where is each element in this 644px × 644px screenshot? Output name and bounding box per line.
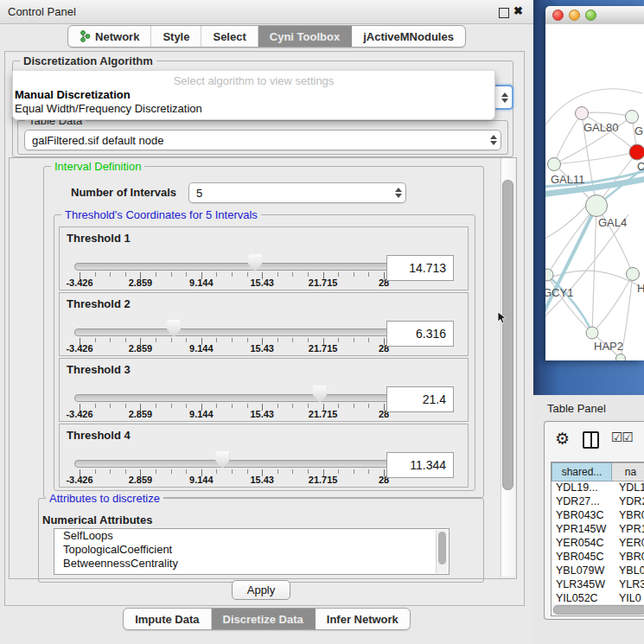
algorithm-dropdown-popup: Select algorithm to view settings Manual…	[12, 71, 495, 120]
list-scrollbar-thumb[interactable]	[438, 532, 446, 564]
threshold-4-slider-track[interactable]	[74, 460, 392, 468]
cell-name: YBL0	[613, 564, 644, 578]
table-row[interactable]: YLR345WYLR3	[552, 578, 644, 592]
network-node[interactable]	[629, 144, 644, 160]
network-node[interactable]	[586, 327, 598, 339]
discretization-algorithm-title: Discretization Algorithm	[20, 54, 156, 67]
slider-tick	[95, 272, 96, 277]
zoom-traffic-light-icon[interactable]	[585, 10, 596, 21]
tab-select[interactable]: Select	[201, 26, 258, 47]
slider-tick	[354, 469, 354, 474]
network-graph: GAL80GCGAL11GAL4GCY1HHAP2	[545, 24, 644, 360]
gear-icon[interactable]: ⚙	[555, 429, 570, 449]
table-row[interactable]: YBL079WYBL0	[552, 564, 644, 578]
slider-tick	[232, 338, 233, 342]
table-row[interactable]: YIL052CYIL0	[552, 592, 644, 602]
attribute-item-topologicalcoefficient[interactable]: TopologicalCoefficient	[54, 543, 449, 557]
tab-network[interactable]: Network	[68, 26, 151, 47]
slider-tick	[95, 469, 96, 474]
node-table-panel: ⚙ ☑☑ shared... na YDL19...YDL1YDR27...YD…	[544, 421, 644, 620]
threshold-2-value-field[interactable]: 6.316	[386, 321, 454, 347]
table-header-name[interactable]: na	[612, 462, 644, 481]
cell-shared-name: YLR345W	[552, 578, 613, 592]
checkbox-checked-icon[interactable]: ☑☑	[611, 430, 633, 445]
network-node[interactable]	[627, 268, 640, 281]
threshold-2-label: Threshold 2	[67, 297, 131, 310]
tab-style[interactable]: Style	[151, 26, 201, 47]
threshold-3-value-field[interactable]: 21.4	[386, 386, 454, 412]
table-header-shared-name[interactable]: shared...	[552, 462, 612, 481]
horizontal-scrollbar-thumb[interactable]	[553, 605, 644, 615]
slider-tick	[232, 404, 233, 408]
network-node-label: HAP2	[594, 340, 623, 353]
slider-tick	[156, 272, 156, 277]
threshold-1-value-field[interactable]: 14.713	[386, 255, 454, 281]
slider-tick	[277, 404, 278, 408]
slider-tick	[247, 469, 248, 474]
threshold-3-label: Threshold 3	[67, 363, 131, 376]
number-of-intervals-combobox[interactable]: 5	[188, 182, 406, 203]
combo-stepper-icon	[392, 188, 405, 198]
slider-tick	[125, 272, 126, 277]
slider-tick	[216, 469, 217, 474]
popup-option-manual-discretization[interactable]: Manual Discretization	[15, 88, 131, 101]
slider-tick	[368, 272, 369, 277]
tab-discretize-data[interactable]: Discretize Data	[212, 609, 316, 629]
close-traffic-light-icon[interactable]	[552, 10, 564, 21]
table-row[interactable]: YDL19...YDL1	[552, 481, 644, 495]
tab-jactivemnodules[interactable]: jActiveMNodules	[352, 26, 465, 47]
network-window-titlebar[interactable]	[545, 6, 644, 25]
split-column-icon[interactable]	[583, 431, 599, 449]
table-row[interactable]: YER054CYER0	[552, 537, 644, 551]
cell-name: YBR0	[613, 551, 644, 564]
slider-tick-label: -3.426	[66, 277, 92, 288]
top-tab-row: NetworkStyleSelectCyni ToolboxjActiveMNo…	[0, 25, 533, 48]
threshold-4-value-field[interactable]: 11.344	[386, 452, 454, 478]
table-data-combobox[interactable]: galFiltered.sif default node	[24, 130, 501, 150]
slider-tick	[308, 338, 309, 342]
slider-tick	[156, 469, 156, 474]
slider-tick	[232, 272, 233, 277]
vertical-scrollbar-thumb[interactable]	[502, 180, 513, 490]
minimize-traffic-light-icon[interactable]	[569, 10, 580, 21]
slider-tick-label: 21.715	[309, 343, 338, 354]
attribute-item-selfloops[interactable]: SelfLoops	[54, 529, 449, 543]
numerical-attributes-list[interactable]: SelfLoopsTopologicalCoefficientBetweenne…	[54, 528, 450, 575]
table-row[interactable]: YDR27...YDR2	[552, 495, 644, 509]
slider-tick	[216, 272, 217, 277]
popup-hint: Select algorithm to view settings	[13, 74, 494, 87]
tab-infer-network[interactable]: Infer Network	[316, 609, 410, 629]
slider-tick	[186, 272, 187, 277]
threshold-1-slider-track[interactable]	[74, 263, 392, 271]
apply-button[interactable]: Apply	[232, 580, 290, 600]
list-scrollbar-track[interactable]	[436, 530, 448, 573]
network-node[interactable]	[545, 269, 553, 281]
slider-tick-label: 2.859	[129, 475, 153, 485]
close-icon[interactable]: ✖	[513, 4, 523, 17]
table-row[interactable]: YBR045CYBR0	[552, 551, 644, 564]
slider-tick-label: 15.43	[250, 343, 274, 354]
horizontal-scrollbar-track[interactable]	[552, 604, 644, 614]
slider-tick	[156, 338, 156, 342]
network-node[interactable]	[548, 158, 561, 171]
slider-tick	[186, 404, 187, 408]
table-row[interactable]: YPR145WYPR1	[552, 523, 644, 537]
slider-tick	[277, 338, 278, 342]
popup-option-equal-width[interactable]: Equal Width/Frequency Discretization	[15, 102, 202, 115]
slider-tick	[156, 404, 156, 408]
float-window-icon[interactable]	[499, 8, 509, 18]
attribute-item-betweennesscentrality[interactable]: BetweennessCentrality	[54, 557, 449, 571]
network-node[interactable]	[576, 107, 589, 120]
cell-shared-name: YDL19...	[552, 481, 613, 495]
threshold-2-slider-track[interactable]	[74, 328, 392, 336]
table-row[interactable]: YBR043CYBR0	[552, 509, 644, 523]
network-node[interactable]	[626, 111, 639, 124]
network-node[interactable]	[586, 195, 608, 217]
tab-impute-data[interactable]: Impute Data	[124, 609, 211, 629]
threshold-3-slider-track[interactable]	[74, 394, 392, 402]
cell-shared-name: YBR045C	[552, 551, 613, 564]
tab-cyni-toolbox[interactable]: Cyni Toolbox	[258, 26, 352, 47]
network-canvas[interactable]: GAL80GCGAL11GAL4GCY1HHAP2	[545, 24, 644, 360]
slider-tick	[171, 469, 172, 474]
network-node[interactable]	[616, 354, 626, 361]
